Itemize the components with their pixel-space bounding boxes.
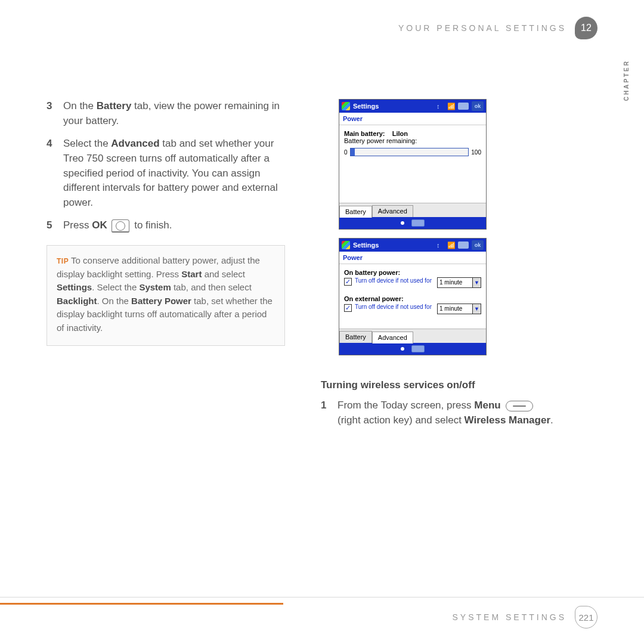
step-number: 4 <box>47 137 55 210</box>
chevron-down-icon: ▼ <box>472 278 481 287</box>
page-footer: SYSTEM SETTINGS 221 <box>0 597 644 628</box>
section-heading: Turning wireless services on/off <box>321 379 559 391</box>
tip-label: TIP <box>57 257 69 265</box>
step-text: From the Today screen, press Menu (right… <box>338 398 559 428</box>
advanced-tab-body: On battery power: Turn off device if not… <box>339 264 486 329</box>
remaining-label: Battery power remaining: <box>344 137 481 144</box>
tab-strip: Battery Advanced <box>339 203 486 217</box>
group-heading: On external power: <box>344 295 481 302</box>
keyboard-icon[interactable] <box>411 219 425 227</box>
signal-icon <box>447 103 456 110</box>
on-external-group: On external power: Turn off device if no… <box>344 295 481 314</box>
signal-icon <box>447 242 456 249</box>
checkbox-external[interactable] <box>344 304 352 312</box>
connection-icon <box>436 103 445 110</box>
device-bottombar <box>339 217 486 229</box>
progress-min: 0 <box>344 149 348 156</box>
left-column: 3 On the Battery tab, view the power rem… <box>47 99 285 436</box>
right-action-key-icon <box>506 401 533 411</box>
page-header: YOUR PERSONAL SETTINGS 12 <box>47 17 597 39</box>
step-text: Select the Advanced tab and set whether … <box>63 137 285 210</box>
footer-label: SYSTEM SETTINGS <box>453 612 566 622</box>
step-5: 5 Press OK to finish. <box>47 218 285 233</box>
on-battery-group: On battery power: Turn off device if not… <box>344 269 481 288</box>
screen-heading: Power <box>339 252 486 264</box>
step-text: Press OK to finish. <box>63 218 172 233</box>
step-number: 1 <box>321 398 329 428</box>
status-icons <box>436 103 469 110</box>
step-4: 4 Select the Advanced tab and set whethe… <box>47 137 285 210</box>
device-bottombar <box>339 343 486 355</box>
step-number: 5 <box>47 218 55 233</box>
dropdown-value: 1 minute <box>438 304 472 314</box>
screenshot-power-advanced: Settings ok Power On battery power: <box>339 238 487 355</box>
home-dot-icon[interactable] <box>401 221 404 225</box>
speaker-icon <box>458 103 469 110</box>
checkbox-battery[interactable] <box>344 278 352 286</box>
tab-battery[interactable]: Battery <box>339 331 372 343</box>
numbered-steps: 3 On the Battery tab, view the power rem… <box>47 99 285 233</box>
checkbox-label: Turn off device if not used for <box>355 304 434 311</box>
numbered-steps-right: 1 From the Today screen, press Menu (rig… <box>321 398 559 428</box>
window-title: Settings <box>353 242 379 249</box>
step-number: 3 <box>47 99 55 128</box>
page-number-badge: 221 <box>575 606 597 628</box>
tab-advanced[interactable]: Advanced <box>372 205 413 217</box>
dropdown-value: 1 minute <box>438 278 472 287</box>
tab-battery[interactable]: Battery <box>339 206 372 218</box>
tip-box: TIP To conserve additional battery power… <box>47 245 285 346</box>
tab-advanced[interactable]: Advanced <box>372 332 413 343</box>
step-text: On the Battery tab, view the power remai… <box>63 99 285 128</box>
progress-bar <box>350 148 469 156</box>
chapter-label: CHAPTER <box>623 60 630 101</box>
device-titlebar: Settings ok <box>339 239 486 252</box>
progress-max: 100 <box>471 149 481 156</box>
step-3: 3 On the Battery tab, view the power rem… <box>47 99 285 128</box>
battery-tab-body: Main battery: LiIon Battery power remain… <box>339 125 486 203</box>
chapter-number-badge: 12 <box>575 17 597 39</box>
right-column: Settings ok Power Main battery: LiIon <box>321 99 559 436</box>
dropdown-external-timeout[interactable]: 1 minute ▼ <box>437 304 481 314</box>
content-columns: 3 On the Battery tab, view the power rem… <box>47 99 597 436</box>
dropdown-battery-timeout[interactable]: 1 minute ▼ <box>437 277 481 288</box>
main-battery-row: Main battery: LiIon <box>344 130 481 137</box>
start-flag-icon[interactable] <box>342 102 350 110</box>
screen-heading: Power <box>339 113 486 125</box>
screenshot-power-battery: Settings ok Power Main battery: LiIon <box>339 99 487 230</box>
window-title: Settings <box>353 103 379 110</box>
ok-button[interactable]: ok <box>472 240 484 250</box>
tab-strip: Battery Advanced <box>339 329 486 343</box>
battery-progress: 0 100 <box>344 148 481 156</box>
connection-icon <box>436 242 445 249</box>
home-dot-icon[interactable] <box>401 347 404 351</box>
ok-key-icon <box>112 219 129 233</box>
ok-button[interactable]: ok <box>472 101 484 111</box>
checkbox-label: Turn off device if not used for <box>355 277 434 284</box>
group-heading: On battery power: <box>344 269 481 276</box>
page: YOUR PERSONAL SETTINGS 12 CHAPTER 3 On t… <box>0 0 644 644</box>
keyboard-icon[interactable] <box>411 345 425 352</box>
status-icons <box>436 242 469 249</box>
header-title: YOUR PERSONAL SETTINGS <box>398 23 566 33</box>
speaker-icon <box>458 242 469 249</box>
chevron-down-icon: ▼ <box>472 304 481 314</box>
step-1: 1 From the Today screen, press Menu (rig… <box>321 398 559 428</box>
start-flag-icon[interactable] <box>342 241 350 249</box>
device-titlebar: Settings ok <box>339 100 486 113</box>
